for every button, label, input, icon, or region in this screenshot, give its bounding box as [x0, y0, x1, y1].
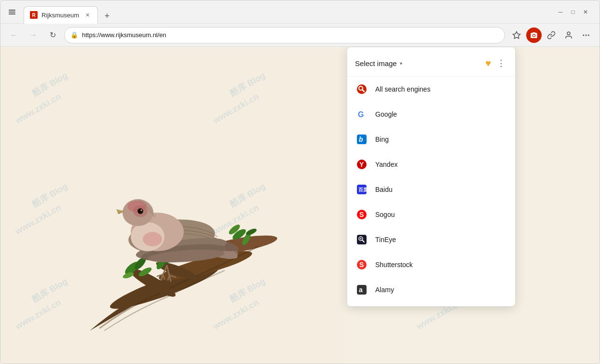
svg-text:Y: Y: [359, 161, 364, 168]
engine-name-google: Google: [375, 110, 397, 118]
engine-item-all[interactable]: All search engines: [347, 77, 515, 102]
engine-icon-sogou: S: [355, 208, 368, 221]
engine-item-alamy[interactable]: aAlamy: [347, 277, 515, 302]
address-bar[interactable]: 🔒 https://www.rijksmuseum.nl/en: [64, 27, 505, 43]
svg-point-7: [583, 35, 584, 36]
svg-point-5: [586, 35, 586, 36]
engine-icon-baidu: 百度: [355, 183, 368, 196]
engine-name-baidu: Baidu: [375, 186, 393, 193]
settings-button[interactable]: [578, 27, 594, 43]
svg-text:S: S: [359, 261, 364, 269]
heart-icon[interactable]: ♥: [485, 58, 491, 69]
active-tab[interactable]: R Rijksmuseum ✕: [24, 6, 98, 24]
engine-item-shutterstock[interactable]: SShutterstock: [347, 252, 515, 277]
engine-name-yandex: Yandex: [375, 161, 397, 168]
maximize-button[interactable]: □: [567, 6, 579, 18]
new-tab-button[interactable]: +: [100, 9, 114, 24]
window-controls: [4, 4, 20, 20]
tab-title: Rijksmuseum: [41, 12, 79, 19]
engine-item-google[interactable]: GGoogle: [347, 102, 515, 127]
svg-marker-3: [513, 31, 520, 38]
svg-point-34: [143, 232, 162, 246]
svg-point-4: [567, 32, 570, 35]
select-image-text: Select image: [355, 59, 397, 67]
favorites-button[interactable]: [509, 27, 524, 43]
browser-window: R Rijksmuseum ✕ + ─ □ ✕ ← → ↻ 🔒 https://…: [0, 0, 600, 364]
engine-name-tineye: TinEye: [375, 236, 396, 243]
engine-list: All search enginesGGooglebBingYYandex百度B…: [347, 77, 515, 302]
svg-text:百度: 百度: [358, 187, 367, 192]
engine-name-all: All search engines: [375, 85, 430, 93]
nav-actions: [509, 27, 594, 43]
engine-name-shutterstock: Shutterstock: [375, 261, 413, 269]
window-action-controls: ─ □ ✕: [554, 6, 592, 18]
content-area: 酷库 Blogwww.zxki.cn酷库 Blogwww.zxki.cn酷库 B…: [0, 47, 600, 364]
tab-bar: R Rijksmuseum ✕ +: [24, 0, 554, 24]
sidebar-toggle-button[interactable]: [4, 4, 20, 20]
select-image-label: Select image ▾: [355, 59, 485, 67]
engine-item-sogou[interactable]: SSogou: [347, 202, 515, 227]
forward-button[interactable]: →: [26, 27, 41, 43]
more-options-icon[interactable]: ⋮: [495, 56, 507, 70]
url-text: https://www.rijksmuseum.nl/en: [82, 31, 499, 39]
engine-icon-all: [355, 82, 368, 96]
refresh-button[interactable]: ↻: [45, 27, 60, 43]
back-button[interactable]: ←: [6, 27, 22, 43]
engine-icon-alamy: a: [355, 283, 368, 297]
engine-name-sogou: Sogou: [375, 211, 395, 218]
engine-icon-shutterstock: S: [355, 258, 368, 271]
svg-point-39: [138, 209, 143, 213]
svg-rect-2: [9, 13, 15, 14]
engine-name-bing: Bing: [375, 135, 389, 143]
tab-favicon: R: [30, 11, 38, 19]
svg-rect-8: [3, 51, 341, 360]
engine-icon-bing: b: [355, 133, 368, 146]
dropdown-arrow-icon: ▾: [400, 61, 402, 66]
engine-icon-yandex: Y: [355, 158, 368, 171]
engine-item-bing[interactable]: bBing: [347, 127, 515, 152]
svg-point-40: [141, 209, 142, 211]
svg-text:S: S: [359, 211, 364, 218]
svg-rect-53: [357, 235, 367, 244]
engine-icon-tineye: [355, 233, 368, 246]
close-button[interactable]: ✕: [579, 6, 592, 18]
bird-illustration: [0, 47, 343, 364]
svg-text:G: G: [358, 110, 364, 119]
engine-item-baidu[interactable]: 百度Baidu: [347, 177, 515, 202]
nav-bar: ← → ↻ 🔒 https://www.rijksmuseum.nl/en: [0, 24, 600, 47]
engine-item-yandex[interactable]: YYandex: [347, 152, 515, 177]
svg-text:b: b: [359, 135, 363, 143]
dropdown-header: Select image ▾ ♥ ⋮: [347, 51, 515, 77]
title-bar: R Rijksmuseum ✕ + ─ □ ✕: [0, 0, 600, 24]
engine-name-alamy: Alamy: [375, 286, 394, 294]
search-engine-dropdown: Select image ▾ ♥ ⋮ All search enginesGGo…: [347, 47, 516, 307]
extensions-button[interactable]: [544, 27, 559, 43]
svg-text:a: a: [359, 286, 363, 294]
tab-close-button[interactable]: ✕: [83, 11, 92, 19]
profile-button[interactable]: [561, 27, 576, 43]
svg-rect-0: [9, 10, 15, 11]
svg-point-56: [360, 238, 362, 240]
engine-item-tineye[interactable]: TinEye: [347, 227, 515, 252]
svg-rect-1: [9, 12, 15, 13]
camera-search-button[interactable]: [526, 27, 542, 43]
svg-point-6: [588, 35, 589, 36]
engine-icon-google: G: [355, 108, 368, 121]
lock-icon: 🔒: [70, 31, 78, 39]
svg-point-41: [357, 84, 367, 94]
minimize-button[interactable]: ─: [554, 6, 567, 18]
